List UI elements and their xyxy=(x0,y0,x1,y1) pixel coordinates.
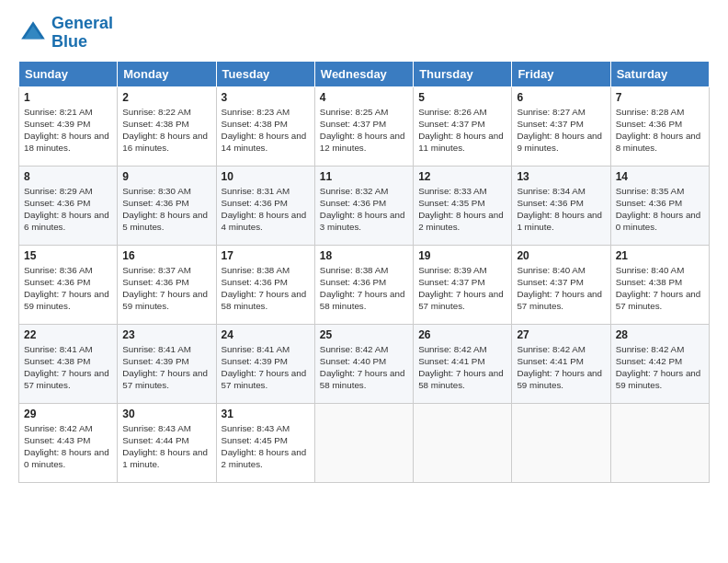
day-info: Sunrise: 8:36 AMSunset: 4:36 PMDaylight:… xyxy=(24,264,112,313)
day-number: 16 xyxy=(122,249,210,262)
day-info: Sunrise: 8:38 AMSunset: 4:36 PMDaylight:… xyxy=(320,264,408,313)
day-info: Sunrise: 8:33 AMSunset: 4:35 PMDaylight:… xyxy=(418,185,506,234)
day-info: Sunrise: 8:31 AMSunset: 4:36 PMDaylight:… xyxy=(222,185,310,234)
day-number: 25 xyxy=(320,328,408,341)
day-number: 14 xyxy=(616,170,704,183)
header: General Blue xyxy=(18,15,710,52)
calendar-cell: 22Sunrise: 8:41 AMSunset: 4:38 PMDayligh… xyxy=(19,324,118,403)
weekday-header-thursday: Thursday xyxy=(414,61,512,86)
day-number: 10 xyxy=(222,170,310,183)
day-info: Sunrise: 8:42 AMSunset: 4:43 PMDaylight:… xyxy=(24,422,112,471)
day-info: Sunrise: 8:35 AMSunset: 4:36 PMDaylight:… xyxy=(616,185,704,234)
day-number: 22 xyxy=(24,328,112,341)
calendar-cell: 21Sunrise: 8:40 AMSunset: 4:38 PMDayligh… xyxy=(610,245,709,324)
calendar-cell: 15Sunrise: 8:36 AMSunset: 4:36 PMDayligh… xyxy=(19,245,118,324)
day-info: Sunrise: 8:26 AMSunset: 4:37 PMDaylight:… xyxy=(418,106,506,155)
day-info: Sunrise: 8:43 AMSunset: 4:44 PMDaylight:… xyxy=(122,422,210,471)
calendar-week-4: 22Sunrise: 8:41 AMSunset: 4:38 PMDayligh… xyxy=(19,324,710,403)
calendar-cell: 17Sunrise: 8:38 AMSunset: 4:36 PMDayligh… xyxy=(216,245,314,324)
calendar-cell: 25Sunrise: 8:42 AMSunset: 4:40 PMDayligh… xyxy=(314,324,413,403)
page: General Blue SundayMondayTuesdayWednesda… xyxy=(0,0,728,563)
day-info: Sunrise: 8:23 AMSunset: 4:38 PMDaylight:… xyxy=(222,106,310,155)
calendar-cell xyxy=(512,403,610,482)
day-number: 23 xyxy=(122,328,210,341)
day-info: Sunrise: 8:38 AMSunset: 4:36 PMDaylight:… xyxy=(222,264,310,313)
calendar-cell xyxy=(314,403,413,482)
calendar-cell: 19Sunrise: 8:39 AMSunset: 4:37 PMDayligh… xyxy=(414,245,512,324)
day-info: Sunrise: 8:39 AMSunset: 4:37 PMDaylight:… xyxy=(418,264,506,313)
calendar-cell: 1Sunrise: 8:21 AMSunset: 4:39 PMDaylight… xyxy=(19,86,118,166)
day-number: 17 xyxy=(222,249,310,262)
weekday-header-tuesday: Tuesday xyxy=(216,61,314,86)
calendar-cell: 6Sunrise: 8:27 AMSunset: 4:37 PMDaylight… xyxy=(512,86,610,166)
day-number: 30 xyxy=(122,408,210,420)
day-number: 20 xyxy=(517,249,605,262)
day-number: 7 xyxy=(616,91,704,104)
day-number: 29 xyxy=(24,408,112,420)
calendar-cell: 16Sunrise: 8:37 AMSunset: 4:36 PMDayligh… xyxy=(118,245,216,324)
day-info: Sunrise: 8:42 AMSunset: 4:41 PMDaylight:… xyxy=(517,343,605,392)
day-info: Sunrise: 8:29 AMSunset: 4:36 PMDaylight:… xyxy=(24,185,112,234)
calendar-header: SundayMondayTuesdayWednesdayThursdayFrid… xyxy=(19,61,710,86)
weekday-header-sunday: Sunday xyxy=(19,61,118,86)
day-number: 18 xyxy=(320,249,408,262)
day-number: 4 xyxy=(320,91,408,104)
calendar-cell: 9Sunrise: 8:30 AMSunset: 4:36 PMDaylight… xyxy=(118,166,216,245)
day-info: Sunrise: 8:37 AMSunset: 4:36 PMDaylight:… xyxy=(122,264,210,313)
calendar-cell: 24Sunrise: 8:41 AMSunset: 4:39 PMDayligh… xyxy=(216,324,314,403)
calendar-cell: 27Sunrise: 8:42 AMSunset: 4:41 PMDayligh… xyxy=(512,324,610,403)
calendar-cell: 12Sunrise: 8:33 AMSunset: 4:35 PMDayligh… xyxy=(414,166,512,245)
calendar-week-2: 8Sunrise: 8:29 AMSunset: 4:36 PMDaylight… xyxy=(19,166,710,245)
calendar-cell: 11Sunrise: 8:32 AMSunset: 4:36 PMDayligh… xyxy=(314,166,413,245)
day-number: 8 xyxy=(24,170,112,183)
weekday-row: SundayMondayTuesdayWednesdayThursdayFrid… xyxy=(19,61,710,86)
calendar-cell: 31Sunrise: 8:43 AMSunset: 4:45 PMDayligh… xyxy=(216,403,314,482)
calendar-cell: 23Sunrise: 8:41 AMSunset: 4:39 PMDayligh… xyxy=(118,324,216,403)
calendar-cell: 13Sunrise: 8:34 AMSunset: 4:36 PMDayligh… xyxy=(512,166,610,245)
day-number: 9 xyxy=(122,170,210,183)
weekday-header-wednesday: Wednesday xyxy=(314,61,413,86)
day-number: 24 xyxy=(222,328,310,341)
day-number: 3 xyxy=(222,91,310,104)
day-number: 15 xyxy=(24,249,112,262)
day-info: Sunrise: 8:40 AMSunset: 4:38 PMDaylight:… xyxy=(616,264,704,313)
calendar-cell: 5Sunrise: 8:26 AMSunset: 4:37 PMDaylight… xyxy=(414,86,512,166)
day-info: Sunrise: 8:32 AMSunset: 4:36 PMDaylight:… xyxy=(320,185,408,234)
logo-text: General Blue xyxy=(51,15,113,52)
calendar-cell: 14Sunrise: 8:35 AMSunset: 4:36 PMDayligh… xyxy=(610,166,709,245)
calendar-cell xyxy=(414,403,512,482)
day-info: Sunrise: 8:28 AMSunset: 4:36 PMDaylight:… xyxy=(616,106,704,155)
calendar-cell xyxy=(610,403,709,482)
day-info: Sunrise: 8:30 AMSunset: 4:36 PMDaylight:… xyxy=(122,185,210,234)
calendar-cell: 2Sunrise: 8:22 AMSunset: 4:38 PMDaylight… xyxy=(118,86,216,166)
weekday-header-saturday: Saturday xyxy=(610,61,709,86)
day-number: 6 xyxy=(517,91,605,104)
calendar-cell: 4Sunrise: 8:25 AMSunset: 4:37 PMDaylight… xyxy=(314,86,413,166)
calendar-cell: 28Sunrise: 8:42 AMSunset: 4:42 PMDayligh… xyxy=(610,324,709,403)
calendar-cell: 8Sunrise: 8:29 AMSunset: 4:36 PMDaylight… xyxy=(19,166,118,245)
day-number: 2 xyxy=(122,91,210,104)
day-number: 5 xyxy=(418,91,506,104)
day-info: Sunrise: 8:25 AMSunset: 4:37 PMDaylight:… xyxy=(320,106,408,155)
calendar-body: 1Sunrise: 8:21 AMSunset: 4:39 PMDaylight… xyxy=(19,86,710,482)
day-info: Sunrise: 8:41 AMSunset: 4:38 PMDaylight:… xyxy=(24,343,112,392)
weekday-header-monday: Monday xyxy=(118,61,216,86)
day-number: 21 xyxy=(616,249,704,262)
calendar-cell: 3Sunrise: 8:23 AMSunset: 4:38 PMDaylight… xyxy=(216,86,314,166)
day-info: Sunrise: 8:27 AMSunset: 4:37 PMDaylight:… xyxy=(517,106,605,155)
calendar-cell: 10Sunrise: 8:31 AMSunset: 4:36 PMDayligh… xyxy=(216,166,314,245)
day-info: Sunrise: 8:41 AMSunset: 4:39 PMDaylight:… xyxy=(222,343,310,392)
calendar-cell: 20Sunrise: 8:40 AMSunset: 4:37 PMDayligh… xyxy=(512,245,610,324)
day-number: 27 xyxy=(517,328,605,341)
day-info: Sunrise: 8:41 AMSunset: 4:39 PMDaylight:… xyxy=(122,343,210,392)
calendar-week-1: 1Sunrise: 8:21 AMSunset: 4:39 PMDaylight… xyxy=(19,86,710,166)
day-number: 12 xyxy=(418,170,506,183)
calendar-cell: 29Sunrise: 8:42 AMSunset: 4:43 PMDayligh… xyxy=(19,403,118,482)
calendar-cell: 30Sunrise: 8:43 AMSunset: 4:44 PMDayligh… xyxy=(118,403,216,482)
calendar-table: SundayMondayTuesdayWednesdayThursdayFrid… xyxy=(18,61,710,483)
weekday-header-friday: Friday xyxy=(512,61,610,86)
day-info: Sunrise: 8:21 AMSunset: 4:39 PMDaylight:… xyxy=(24,106,112,155)
day-info: Sunrise: 8:22 AMSunset: 4:38 PMDaylight:… xyxy=(122,106,210,155)
day-number: 13 xyxy=(517,170,605,183)
day-info: Sunrise: 8:42 AMSunset: 4:41 PMDaylight:… xyxy=(418,343,506,392)
